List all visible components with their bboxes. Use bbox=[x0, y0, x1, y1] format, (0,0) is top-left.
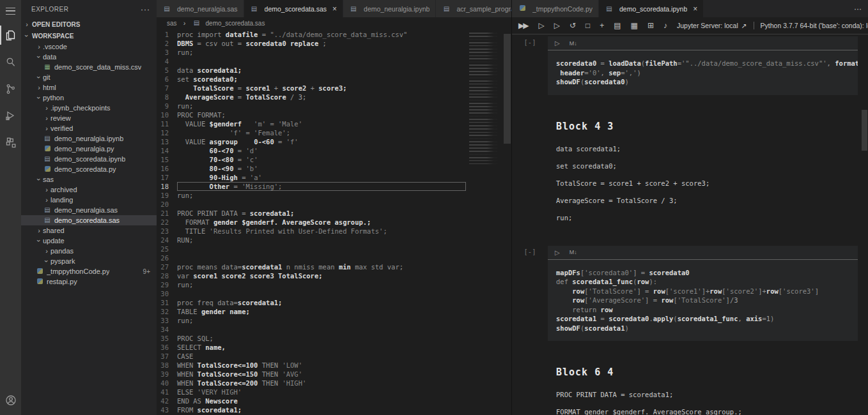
code-line-14[interactable]: 14 60-<70 = 'd' bbox=[157, 146, 466, 155]
code-line-33[interactable]: 33run; bbox=[157, 316, 466, 325]
code-line-22[interactable]: 22 FORMAT gender $genderf. AverageScore … bbox=[157, 218, 466, 227]
code-line-1[interactable]: 1proc import datafile = "../data/demo_sc… bbox=[157, 30, 466, 39]
tree-item-demo_neuralgia.sas[interactable]: ▤demo_neuralgia.sas bbox=[21, 205, 157, 215]
tree-item-review[interactable]: ›review bbox=[21, 113, 157, 123]
code-line-37[interactable]: 37CASE bbox=[157, 352, 466, 361]
code-line-16[interactable]: 16 80-<90 = 'b' bbox=[157, 164, 466, 173]
code-line-11[interactable]: 11 VALUE $genderf 'm' = 'Male' bbox=[157, 119, 466, 128]
workspace-section[interactable]: › WORKSPACE bbox=[21, 30, 157, 42]
tree-item-pyspark[interactable]: ›pyspark bbox=[21, 256, 157, 266]
tree-item-shared[interactable]: ›shared bbox=[21, 225, 157, 236]
code-line-13[interactable]: 13 VALUE asgroup 0-<60 = 'f' bbox=[157, 137, 466, 146]
code-line-32[interactable]: 32TABLE gender name; bbox=[157, 307, 466, 316]
export-icon[interactable]: ▤ bbox=[614, 21, 619, 30]
close-icon[interactable]: × bbox=[332, 4, 337, 13]
markdown-convert-icon[interactable]: M↓ bbox=[570, 40, 577, 47]
accounts-icon[interactable] bbox=[0, 387, 21, 414]
tree-item-_tmppythonCode.py[interactable]: _tmppythonCode.py9+ bbox=[21, 266, 157, 276]
tree-item-demo_score_data_miss.csv[interactable]: ▦demo_score_data_miss.csv bbox=[21, 62, 157, 72]
explorer-icon[interactable] bbox=[0, 22, 21, 49]
tree-item-demo_scoredata.py[interactable]: demo_scoredata.py bbox=[21, 164, 157, 174]
tab-demo_scoredata.sas[interactable]: ▤demo_scoredata.sas× bbox=[244, 0, 344, 17]
code-line-41[interactable]: 41ELSE 'VERY HIGH' bbox=[157, 388, 466, 396]
sidebar-more-actions-icon[interactable]: ··· bbox=[141, 5, 150, 14]
tree-item-restapi.py[interactable]: restapi.py bbox=[21, 276, 157, 287]
markdown-cell[interactable]: Block 4 3data scoredata1;set scoredata0;… bbox=[548, 110, 858, 230]
tab-_tmppythonCode.py[interactable]: _tmppythonCode.py bbox=[512, 0, 599, 17]
code-line-5[interactable]: 5data scoredata1; bbox=[157, 66, 466, 75]
code-line-43[interactable]: 43FROM scoredata1; bbox=[157, 405, 466, 414]
markdown-convert-icon[interactable]: M↓ bbox=[570, 249, 577, 255]
code-cell[interactable]: ▷M↓mapDFs['scoredata0'] = scoredata0def … bbox=[548, 246, 858, 342]
tree-item-sas[interactable]: ›sas bbox=[21, 174, 157, 185]
code-line-35[interactable]: 35PROC SQL; bbox=[157, 334, 466, 343]
run-cell-icon[interactable]: ▷ bbox=[555, 40, 560, 47]
breadcrumb-folder[interactable]: sas bbox=[167, 20, 177, 27]
code-line-7[interactable]: 7 TotalScore = score1 + score2 + score3; bbox=[157, 84, 466, 93]
tree-item-landing[interactable]: ›landing bbox=[21, 195, 157, 205]
tree-item-demo_neuralgia.ipynb[interactable]: ▤demo_neuralgia.ipynb bbox=[21, 133, 157, 144]
code-line-4[interactable]: 4 bbox=[157, 57, 466, 66]
tab-demo_neuralgia.ipynb[interactable]: ▤demo_neuralgia.ipynb bbox=[343, 0, 436, 17]
code-line-6[interactable]: 6set scoredata0; bbox=[157, 75, 466, 84]
scrollbar-thumb[interactable] bbox=[504, 34, 511, 144]
code-line-17[interactable]: 17 90-High = 'a' bbox=[157, 173, 466, 182]
code-line-3[interactable]: 3run; bbox=[157, 48, 466, 57]
code-line-9[interactable]: 9run; bbox=[157, 102, 466, 110]
extensions-icon[interactable] bbox=[0, 129, 21, 156]
restart-kernel-icon[interactable]: ↺ bbox=[570, 21, 575, 30]
breadcrumb[interactable]: sas › ▤ demo_scoredata.sas bbox=[157, 17, 511, 29]
more-actions-icon[interactable]: ··· bbox=[854, 4, 862, 13]
tree-item-demo_neuralgia.py[interactable]: demo_neuralgia.py bbox=[21, 144, 157, 154]
code-line-34[interactable]: 34 bbox=[157, 325, 466, 334]
search-icon[interactable] bbox=[0, 49, 21, 75]
code-line-24[interactable]: 24RUN; bbox=[157, 236, 466, 245]
interrupt-kernel-icon[interactable]: □ bbox=[585, 21, 589, 30]
code-line-25[interactable]: 25 bbox=[157, 245, 466, 253]
code-line-31[interactable]: 31proc freq data=scoredata1; bbox=[157, 298, 466, 307]
tree-item-data[interactable]: ›data bbox=[21, 52, 157, 62]
code-line-36[interactable]: 36SELECT name, bbox=[157, 343, 466, 352]
tree-item-html[interactable]: ›html bbox=[21, 82, 157, 93]
code-line-28[interactable]: 28var score1 score2 score3 TotalScore; bbox=[157, 271, 466, 280]
jupyter-server-status[interactable]: Jupyter Server: local ↗ bbox=[677, 22, 747, 29]
code-lines[interactable]: 1proc import datafile = "../data/demo_sc… bbox=[157, 29, 466, 415]
code-line-29[interactable]: 29run; bbox=[157, 280, 466, 289]
code-cell[interactable]: ▷M↓scoredata0 = loadData(filePath='"../d… bbox=[548, 36, 858, 95]
code-line-39[interactable]: 39WHEN TotalScore<=150 THEN 'AVG' bbox=[157, 370, 466, 379]
tree-item-archived[interactable]: ›archived bbox=[21, 185, 157, 195]
run-all-icon[interactable]: ▶▶ bbox=[518, 21, 527, 30]
clear-outputs-icon[interactable]: ▦ bbox=[631, 21, 637, 30]
code-line-8[interactable]: 8 AverageScore = TotalScore / 3; bbox=[157, 93, 466, 102]
expand-all-icon[interactable]: ⊞ bbox=[647, 21, 653, 30]
tree-item-pandas[interactable]: ›pandas bbox=[21, 246, 157, 256]
code-line-19[interactable]: 19run; bbox=[157, 191, 466, 200]
tree-item-verified[interactable]: ›verified bbox=[21, 123, 157, 133]
code-line-23[interactable]: 23 TITLE 'Results Printed with User-Defi… bbox=[157, 227, 466, 236]
code-line-42[interactable]: 42END AS Newscore bbox=[157, 396, 466, 405]
code-line-27[interactable]: 27proc means data=scoredata1 n nmiss mea… bbox=[157, 262, 466, 271]
code-line-38[interactable]: 38WHEN TotalScore<=100 THEN 'LOW' bbox=[157, 361, 466, 370]
code-line-26[interactable]: 26 bbox=[157, 253, 466, 262]
open-editors-section[interactable]: › OPEN EDITORS bbox=[21, 19, 157, 30]
tree-item-demo_scoredata.ipynb[interactable]: ▤demo_scoredata.ipynb bbox=[21, 154, 157, 164]
tree-item-demo_scoredata.sas[interactable]: ▤demo_scoredata.sas bbox=[21, 215, 157, 225]
tab-demo_neuralgia.sas[interactable]: ▤demo_neuralgia.sas bbox=[157, 0, 244, 17]
tree-item-.ipynb_checkpoints[interactable]: ›.ipynb_checkpoints bbox=[21, 103, 157, 113]
menu-icon[interactable] bbox=[0, 0, 21, 22]
add-cell-icon[interactable]: + bbox=[600, 21, 603, 30]
code-line-21[interactable]: 21PROC PRINT DATA = scoredata1; bbox=[157, 209, 466, 218]
code-line-15[interactable]: 15 70-<80 = 'c' bbox=[157, 155, 466, 164]
tab-demo_scoredata.ipynb[interactable]: ▤demo_scoredata.ipynb× bbox=[599, 0, 704, 17]
run-cell-and-below-icon[interactable]: ▷ bbox=[554, 21, 559, 30]
cell-code[interactable]: scoredata0 = loadData(filePath='"../data… bbox=[548, 50, 858, 95]
tree-item-update[interactable]: ›update bbox=[21, 236, 157, 246]
editor-scrollbar[interactable] bbox=[503, 29, 511, 415]
run-cells-above-icon[interactable]: ▷ bbox=[538, 21, 543, 30]
minimap[interactable] bbox=[466, 29, 503, 415]
breadcrumb-file[interactable]: demo_scoredata.sas bbox=[206, 20, 265, 27]
code-line-20[interactable]: 20 bbox=[157, 200, 466, 209]
close-icon[interactable]: × bbox=[693, 4, 697, 13]
kernel-status[interactable]: Python 3.7.7 64-bit ('base': conda): Idl… bbox=[754, 22, 868, 29]
markdown-cell[interactable]: Block 6 4PROC PRINT DATA = scoredata1;FO… bbox=[548, 356, 858, 415]
